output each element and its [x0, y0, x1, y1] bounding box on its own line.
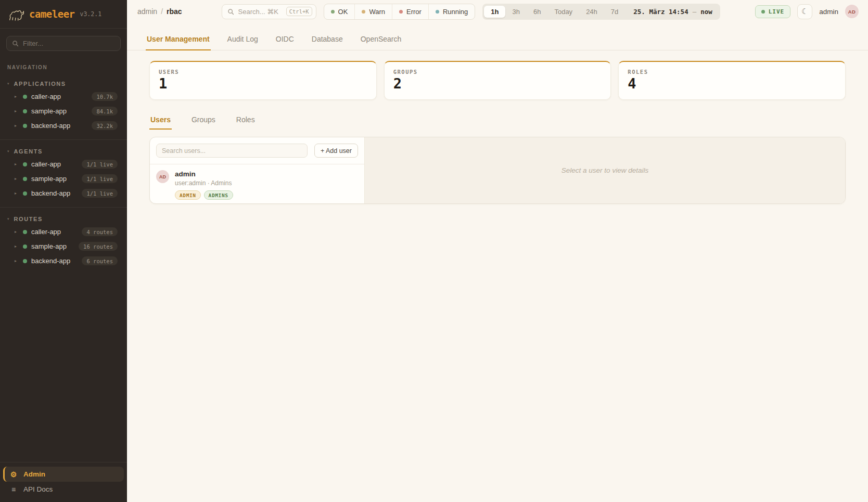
section-header-agents[interactable]: ▾ AGENTS	[0, 146, 127, 157]
chevron-right-icon[interactable]: ▸	[15, 123, 19, 128]
tab-opensearch[interactable]: OpenSearch	[360, 30, 403, 50]
tab-oidc[interactable]: OIDC	[275, 30, 295, 50]
dark-mode-toggle[interactable]: ☾	[797, 4, 812, 19]
status-dot	[23, 230, 27, 234]
status-filter-label: Running	[443, 8, 468, 16]
time-range-7d[interactable]: 7d	[604, 6, 625, 18]
status-filter-error[interactable]: Error	[392, 4, 428, 19]
add-user-button[interactable]: + Add user	[314, 144, 358, 158]
status-filter-label: Error	[406, 8, 422, 16]
camel-logo-icon	[7, 6, 24, 22]
breadcrumb-current: rbac	[167, 7, 182, 16]
sidebar-item-agents-backend-app[interactable]: ▸ backend-app 1/1 live	[3, 186, 124, 200]
status-filter-running[interactable]: Running	[428, 4, 475, 19]
user-name: admin	[175, 170, 233, 178]
sidebar-item-agents-sample-app[interactable]: ▸ sample-app 1/1 live	[3, 172, 124, 186]
sidebar-item-applications-backend-app[interactable]: ▸ backend-app 32.2k	[3, 119, 124, 133]
chevron-right-icon[interactable]: ▸	[15, 109, 19, 113]
status-dot	[23, 162, 27, 166]
sidebar-item-routes-caller-app[interactable]: ▸ caller-app 4 routes	[3, 225, 124, 239]
sidebar-filter[interactable]	[6, 36, 121, 51]
status-filter-ok[interactable]: OK	[324, 4, 355, 19]
sidebar: cameleer v3.2.1 NAVIGATION ▾ APPLICATION…	[0, 0, 127, 502]
tab-user-management[interactable]: User Management	[146, 30, 211, 50]
chevron-right-icon[interactable]: ▸	[15, 191, 19, 196]
chevron-right-icon[interactable]: ▸	[15, 229, 19, 234]
item-label: caller-app	[31, 228, 78, 236]
stat-card-roles: ROLES 4	[618, 61, 846, 100]
time-range-3h[interactable]: 3h	[505, 6, 526, 18]
nav-section-agents: ▾ AGENTS ▸ caller-app 1/1 live ▸ sample-…	[0, 139, 127, 201]
stat-value: 1	[159, 76, 367, 91]
sidebar-item-routes-backend-app[interactable]: ▸ backend-app 6 routes	[3, 254, 124, 268]
item-badge: 4 routes	[82, 227, 118, 236]
nav-section-routes: ▾ ROUTES ▸ caller-app 4 routes ▸ sample-…	[0, 207, 127, 268]
user-list-item-admin[interactable]: AD admin user:admin · Admins ADMIN ADMIN…	[150, 164, 364, 204]
users-panel: + Add user AD admin user:admin · Admins …	[149, 137, 846, 204]
subtab-groups[interactable]: Groups	[190, 115, 216, 130]
sidebar-item-routes-sample-app[interactable]: ▸ sample-app 16 routes	[3, 239, 124, 253]
nav-section-applications: ▾ APPLICATIONS ▸ caller-app 10.7k ▸ samp…	[0, 79, 127, 133]
status-filter-label: Warn	[369, 8, 385, 16]
sidebar-footer: ⚙ Admin ≡ API Docs	[0, 462, 127, 502]
search-users-input[interactable]	[156, 144, 308, 158]
chevron-right-icon[interactable]: ▸	[15, 94, 19, 99]
user-list-toolbar: + Add user	[150, 137, 364, 164]
sidebar-item-applications-sample-app[interactable]: ▸ sample-app 84.1k	[3, 104, 124, 118]
app-version: v3.2.1	[80, 10, 102, 18]
user-list-pane: + Add user AD admin user:admin · Admins …	[150, 137, 365, 203]
chevron-right-icon[interactable]: ▸	[15, 244, 19, 249]
tab-database[interactable]: Database	[311, 30, 344, 50]
role-badge-admin: ADMIN	[175, 190, 201, 200]
sidebar-spacer	[0, 268, 127, 462]
tab-audit-log[interactable]: Audit Log	[226, 30, 259, 50]
chevron-right-icon[interactable]: ▸	[15, 176, 19, 181]
search-icon	[227, 8, 234, 15]
item-label: backend-app	[31, 122, 87, 130]
section-header-applications[interactable]: ▾ APPLICATIONS	[0, 79, 127, 89]
status-dot	[23, 191, 27, 196]
user-badges: ADMIN ADMINS	[175, 190, 233, 200]
section-header-routes[interactable]: ▾ ROUTES	[0, 214, 127, 224]
item-badge: 1/1 live	[82, 174, 118, 183]
sidebar-item-api-docs[interactable]: ≡ API Docs	[3, 482, 124, 497]
navigation-label: NAVIGATION	[7, 65, 120, 70]
item-label: caller-app	[31, 93, 87, 100]
item-label: backend-app	[31, 257, 78, 265]
item-label: caller-app	[31, 160, 78, 168]
sidebar-filter-input[interactable]	[23, 40, 115, 47]
subtab-roles[interactable]: Roles	[235, 115, 256, 130]
time-from: 25. März 14:54	[633, 8, 688, 16]
sidebar-item-admin[interactable]: ⚙ Admin	[3, 467, 124, 482]
item-badge: 84.1k	[92, 107, 118, 115]
chevron-right-icon[interactable]: ▸	[15, 162, 19, 166]
live-badge[interactable]: LIVE	[755, 5, 791, 18]
time-range-24h[interactable]: 24h	[579, 6, 604, 18]
stat-label: USERS	[159, 69, 367, 75]
live-status-dot	[761, 10, 765, 14]
time-range-today[interactable]: Today	[547, 6, 579, 18]
status-filter-group: OK Warn Error Running	[324, 4, 476, 20]
list-icon: ≡	[9, 486, 18, 493]
group-badge-admins: ADMINS	[204, 190, 233, 200]
avatar[interactable]: AD	[845, 5, 859, 18]
caret-down-icon: ▾	[7, 149, 9, 153]
rbac-subtabs: Users Groups Roles	[127, 115, 868, 130]
topbar-right: LIVE ☾ admin AD	[755, 4, 859, 19]
global-search[interactable]: Search... ⌘K Ctrl+K	[222, 4, 316, 19]
sidebar-item-applications-caller-app[interactable]: ▸ caller-app 10.7k	[3, 89, 124, 104]
time-range-display: 25. März 14:54 – now	[625, 8, 718, 16]
time-range-6h[interactable]: 6h	[527, 6, 547, 18]
user-meta: user:admin · Admins	[175, 179, 233, 187]
topbar: admin / rbac Search... ⌘K Ctrl+K OK Warn…	[127, 0, 868, 23]
breadcrumb-parent[interactable]: admin	[137, 7, 157, 16]
stat-value: 4	[628, 76, 836, 91]
sidebar-item-agents-caller-app[interactable]: ▸ caller-app 1/1 live	[3, 157, 124, 171]
chevron-right-icon[interactable]: ▸	[15, 259, 19, 263]
time-range-1h[interactable]: 1h	[484, 6, 505, 18]
item-badge: 6 routes	[82, 256, 118, 265]
status-filter-warn[interactable]: Warn	[354, 4, 392, 19]
error-status-dot	[399, 10, 403, 14]
running-status-dot	[436, 10, 439, 14]
subtab-users[interactable]: Users	[149, 115, 172, 130]
